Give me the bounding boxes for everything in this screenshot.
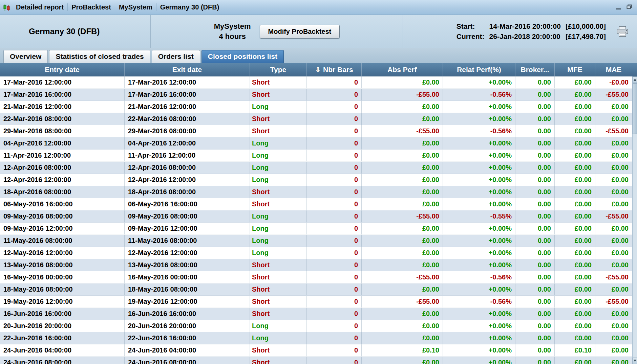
cell-entry-date: 11-Apr-2016 12:00:00 [0, 150, 125, 161]
table-row[interactable]: 24-Jun-2016 04:00:0024-Jun-2016 04:00:00… [0, 344, 637, 357]
sort-descending-icon: ⇩ [315, 66, 321, 73]
table-row[interactable]: 24-Jun-2016 08:00:0024-Jun-2016 08:00:00… [0, 357, 637, 364]
column-header-broker[interactable]: Broker... [515, 63, 555, 76]
cell-exit-date: 11-Apr-2016 12:00:00 [125, 150, 250, 161]
scrollbar-thumb[interactable] [633, 83, 637, 134]
cell-abs-perf: £0.00 [362, 223, 443, 234]
modify-probacktest-button[interactable]: Modify ProBacktest [260, 25, 340, 39]
cell-exit-date: 06-May-2016 16:00:00 [125, 198, 250, 210]
cell-abs-perf: £0.00 [362, 76, 443, 88]
table-row[interactable]: 04-Apr-2016 12:00:0004-Apr-2016 12:00:00… [0, 137, 637, 150]
tab-orders-list[interactable]: Orders list [152, 50, 200, 63]
scroll-up-button[interactable] [633, 76, 637, 83]
cell-broker: 0.00 [515, 89, 555, 100]
tab-statistics-of-closed-trades[interactable]: Statistics of closed trades [49, 50, 150, 63]
column-header-abs-perf[interactable]: Abs Perf [362, 63, 443, 76]
cell-exit-date: 22-Mar-2016 08:00:00 [125, 113, 250, 125]
cell-abs-perf: £0.00 [362, 357, 443, 364]
cell-mae: £0.00 [595, 320, 632, 332]
column-header-relat-perf[interactable]: Relat Perf(%) [443, 63, 515, 76]
column-label: Broker... [521, 66, 549, 73]
cell-relat-perf: +0.00% [443, 320, 515, 332]
table-row[interactable]: 17-Mar-2016 16:00:0017-Mar-2016 16:00:00… [0, 89, 637, 101]
report-header: Germany 30 (DFB) MySystem 4 hours Modify… [0, 15, 637, 48]
table-row[interactable]: 18-Apr-2016 08:00:0018-Apr-2016 08:00:00… [0, 186, 637, 198]
cell-broker: 0.00 [515, 344, 555, 356]
table-row[interactable]: 19-May-2016 12:00:0019-May-2016 12:00:00… [0, 296, 637, 308]
cell-abs-perf: -£55.00 [362, 125, 443, 137]
table-row[interactable]: 22-Mar-2016 08:00:0022-Mar-2016 08:00:00… [0, 113, 637, 125]
instrument-section: Germany 30 (DFB) [0, 15, 151, 48]
cell-nbr-bars: 0 [307, 283, 362, 295]
table-row[interactable]: 16-Jun-2016 16:00:0016-Jun-2016 16:00:00… [0, 308, 637, 320]
cell-type: Short [250, 271, 307, 283]
table-row[interactable]: 16-May-2016 00:00:0016-May-2016 00:00:00… [0, 271, 637, 283]
cell-abs-perf: £0.00 [362, 320, 443, 332]
cell-type: Short [250, 89, 307, 100]
cell-abs-perf: £0.00 [362, 235, 443, 247]
cell-relat-perf: -0.56% [443, 89, 515, 100]
cell-type: Short [250, 283, 307, 295]
cell-mfe: £0.00 [555, 198, 595, 210]
column-label: Entry date [45, 66, 80, 73]
cell-nbr-bars: 0 [307, 210, 362, 222]
table-row[interactable]: 20-Jun-2016 20:00:0020-Jun-2016 20:00:00… [0, 320, 637, 332]
cell-mfe: £0.10 [555, 344, 595, 356]
cell-entry-date: 17-Mar-2016 16:00:00 [0, 89, 125, 100]
cell-mfe: £0.00 [555, 283, 595, 295]
cell-type: Short [250, 259, 307, 271]
table-row[interactable]: 12-Apr-2016 12:00:0012-Apr-2016 12:00:00… [0, 174, 637, 186]
table-row[interactable]: 11-Apr-2016 12:00:0011-Apr-2016 12:00:00… [0, 150, 637, 162]
table-row[interactable]: 12-Apr-2016 08:00:0012-Apr-2016 08:00:00… [0, 162, 637, 174]
cell-entry-date: 12-Apr-2016 08:00:00 [0, 162, 125, 174]
cell-broker: 0.00 [515, 210, 555, 222]
cell-nbr-bars: 0 [307, 162, 362, 174]
cell-mfe: £0.00 [555, 308, 595, 320]
column-header-exit-date[interactable]: Exit date [125, 63, 250, 76]
cell-mae: £0.00 [595, 223, 632, 234]
tab-closed-positions-list[interactable]: Closed positions list [201, 50, 284, 63]
column-header-nbr-bars[interactable]: ⇩Nbr Bars [307, 63, 362, 76]
scroll-down-button[interactable] [633, 358, 637, 364]
table-row[interactable]: 11-May-2016 08:00:0011-May-2016 08:00:00… [0, 235, 637, 247]
cell-abs-perf: £0.00 [362, 150, 443, 161]
minimize-button[interactable] [614, 4, 623, 11]
cell-mfe: £0.00 [555, 89, 595, 100]
cell-entry-date: 22-Jun-2016 16:00:00 [0, 332, 125, 344]
table-row[interactable]: 29-Mar-2016 08:00:0029-Mar-2016 08:00:00… [0, 125, 637, 137]
cell-nbr-bars: 0 [307, 76, 362, 88]
cell-entry-date: 06-May-2016 16:00:00 [0, 198, 125, 210]
cell-mfe: £0.00 [555, 186, 595, 198]
table-row[interactable]: 12-May-2016 12:00:0012-May-2016 12:00:00… [0, 247, 637, 259]
cell-entry-date: 22-Mar-2016 08:00:00 [0, 113, 125, 125]
table-row[interactable]: 06-May-2016 16:00:0006-May-2016 16:00:00… [0, 198, 637, 210]
cell-mae: -£55.00 [595, 89, 632, 100]
table-row[interactable]: 09-May-2016 08:00:0009-May-2016 08:00:00… [0, 210, 637, 223]
title-bar: Detailed reportProBacktestMySystemGerman… [0, 0, 637, 15]
vertical-scrollbar[interactable] [632, 76, 637, 364]
table-row[interactable]: 13-May-2016 08:00:0013-May-2016 08:00:00… [0, 259, 637, 271]
column-header-mfe[interactable]: MFE [555, 63, 595, 76]
cell-relat-perf: +0.00% [443, 113, 515, 125]
cell-entry-date: 29-Mar-2016 08:00:00 [0, 125, 125, 137]
column-header-type[interactable]: Type [250, 63, 307, 76]
table-row[interactable]: 17-Mar-2016 12:00:0017-Mar-2016 12:00:00… [0, 76, 637, 89]
table-row[interactable]: 09-May-2016 12:00:0009-May-2016 12:00:00… [0, 223, 637, 235]
cell-mae: £0.00 [595, 162, 632, 174]
cell-nbr-bars: 0 [307, 320, 362, 332]
table-row[interactable]: 22-Jun-2016 16:00:0022-Jun-2016 16:00:00… [0, 332, 637, 344]
table-row[interactable]: 21-Mar-2016 12:00:0021-Mar-2016 12:00:00… [0, 101, 637, 113]
column-header-entry-date[interactable]: Entry date [0, 63, 125, 76]
cell-type: Short [250, 344, 307, 356]
restore-button[interactable] [625, 4, 634, 11]
tab-overview[interactable]: Overview [3, 50, 48, 63]
scrollbar-track[interactable] [633, 134, 637, 358]
table-row[interactable]: 18-May-2016 08:00:0018-May-2016 08:00:00… [0, 283, 637, 296]
column-header-mae[interactable]: MAE [595, 63, 632, 76]
cell-mae: £0.00 [595, 332, 632, 344]
table-head: Entry dateExit dateType⇩Nbr BarsAbs Perf… [0, 63, 637, 76]
cell-nbr-bars: 0 [307, 137, 362, 149]
cell-type: Short [250, 357, 307, 364]
printer-icon[interactable] [616, 26, 629, 37]
cell-broker: 0.00 [515, 320, 555, 332]
